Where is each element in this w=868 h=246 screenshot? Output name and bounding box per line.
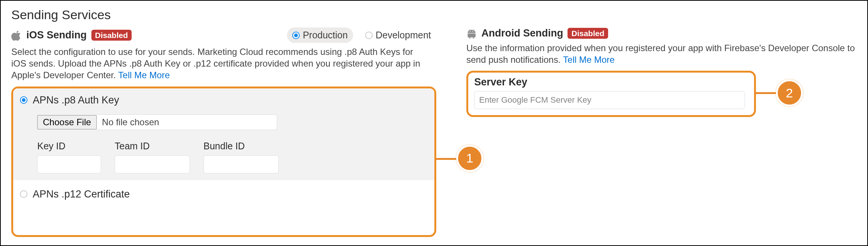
p8-section: APNs .p8 Auth Key Choose File No file ch… <box>13 88 434 180</box>
radio-icon <box>20 96 27 104</box>
choose-file-button[interactable]: Choose File <box>37 115 97 129</box>
android-column: Android Sending Disabled Use the informa… <box>466 27 857 237</box>
file-status: No file chosen <box>97 114 277 130</box>
sending-services-panel: Sending Services iOS Sending Disabled Pr… <box>0 0 868 246</box>
radio-icon <box>292 32 300 39</box>
android-heading-row: Android Sending Disabled <box>466 27 857 39</box>
columns: iOS Sending Disabled Production Developm… <box>11 27 857 237</box>
env-development[interactable]: Development <box>360 27 436 43</box>
ios-disabled-badge: Disabled <box>91 30 132 41</box>
annotation-badge-2: 2 <box>776 79 803 106</box>
option-p8[interactable]: APNs .p8 Auth Key <box>20 94 428 106</box>
ios-title: iOS Sending <box>26 29 87 41</box>
env-production-label: Production <box>303 30 348 41</box>
radio-icon <box>365 32 373 39</box>
android-description: Use the information provided when you re… <box>466 42 857 65</box>
key-id-label: Key ID <box>37 141 101 152</box>
ios-heading-row: iOS Sending Disabled Production Developm… <box>11 27 436 43</box>
server-key-label: Server Key <box>474 76 748 88</box>
key-id-field: Key ID <box>37 141 101 173</box>
option-p12-label: APNs .p12 Certificate <box>33 188 130 200</box>
server-key-input[interactable] <box>474 91 745 109</box>
radio-icon <box>20 190 27 198</box>
file-row: Choose File No file chosen <box>37 114 428 130</box>
option-p12[interactable]: APNs .p12 Certificate <box>20 188 428 200</box>
option-p8-label: APNs .p8 Auth Key <box>33 94 119 106</box>
team-id-input[interactable] <box>115 155 190 173</box>
ios-tell-me-more-link[interactable]: Tell Me More <box>118 70 170 80</box>
ios-column: iOS Sending Disabled Production Developm… <box>11 27 436 237</box>
android-icon <box>466 28 477 39</box>
ios-description: Select the configuration to use for your… <box>11 46 425 81</box>
env-row: Production Development <box>287 27 436 43</box>
android-tell-me-more-link[interactable]: Tell Me More <box>563 55 615 65</box>
key-id-input[interactable] <box>37 155 101 173</box>
android-callout: Server Key 2 <box>466 71 756 117</box>
bundle-id-label: Bundle ID <box>203 141 279 152</box>
android-title: Android Sending <box>481 27 563 39</box>
annotation-connector <box>755 92 778 94</box>
p12-section: APNs .p12 Certificate <box>13 180 434 208</box>
team-id-label: Team ID <box>115 141 190 152</box>
env-production[interactable]: Production <box>287 27 353 43</box>
team-id-field: Team ID <box>115 141 190 173</box>
android-disabled-badge: Disabled <box>568 28 608 39</box>
annotation-connector <box>435 158 458 160</box>
env-development-label: Development <box>376 30 431 41</box>
page-title: Sending Services <box>11 8 857 22</box>
bundle-id-field: Bundle ID <box>203 141 279 173</box>
bundle-id-input[interactable] <box>203 155 279 173</box>
apple-icon <box>11 30 22 41</box>
annotation-badge-1: 1 <box>456 145 483 172</box>
ios-callout: APNs .p8 Auth Key Choose File No file ch… <box>11 87 436 237</box>
p8-field-row: Key ID Team ID Bundle ID <box>37 141 428 173</box>
